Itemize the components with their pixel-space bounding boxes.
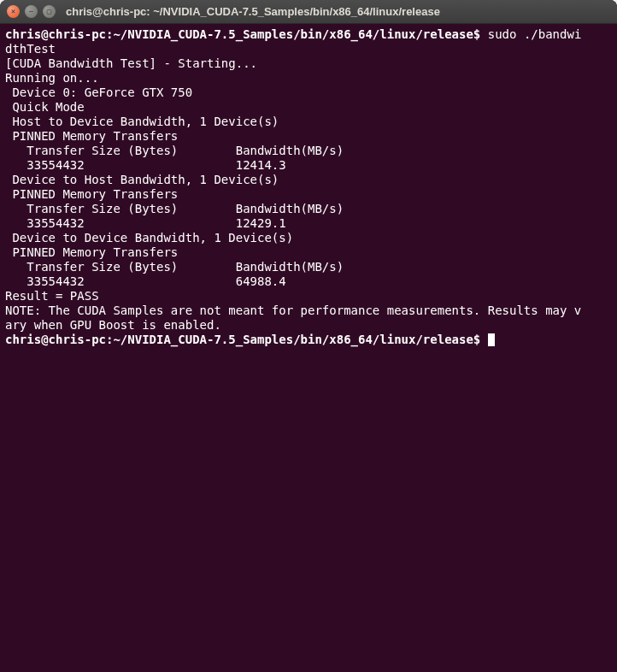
window-controls: ✕ − ▢ [7, 5, 56, 18]
command-text: dthTest [5, 42, 56, 56]
terminal-line: Transfer Size (Bytes) Bandwidth(MB/s) [5, 202, 612, 216]
terminal-line: Transfer Size (Bytes) Bandwidth(MB/s) [5, 144, 612, 158]
terminal-line: PINNED Memory Transfers [5, 129, 612, 144]
prompt: chris@chris-pc:~/NVIDIA_CUDA-7.5_Samples… [5, 333, 488, 346]
terminal-line: PINNED Memory Transfers [5, 245, 612, 260]
terminal-line: Device 0: GeForce GTX 750 [5, 85, 612, 100]
terminal-line: Device to Device Bandwidth, 1 Device(s) [5, 231, 612, 245]
terminal-line: [CUDA Bandwidth Test] - Starting... [5, 56, 612, 71]
terminal-line: PINNED Memory Transfers [5, 187, 612, 202]
terminal-line: Host to Device Bandwidth, 1 Device(s) [5, 115, 612, 129]
titlebar[interactable]: ✕ − ▢ chris@chris-pc: ~/NVIDIA_CUDA-7.5_… [0, 0, 617, 24]
terminal-line: Device to Host Bandwidth, 1 Device(s) [5, 173, 612, 187]
terminal-line: Running on... [5, 71, 612, 85]
terminal-line: 33554432 64988.4 [5, 274, 612, 289]
terminal-line: chris@chris-pc:~/NVIDIA_CUDA-7.5_Samples… [5, 333, 612, 347]
terminal-line: Quick Mode [5, 100, 612, 115]
command-text: sudo ./bandwi [488, 27, 582, 41]
terminal-line: Transfer Size (Bytes) Bandwidth(MB/s) [5, 260, 612, 274]
terminal-window: ✕ − ▢ chris@chris-pc: ~/NVIDIA_CUDA-7.5_… [0, 0, 617, 672]
close-icon[interactable]: ✕ [7, 5, 20, 18]
terminal-line: chris@chris-pc:~/NVIDIA_CUDA-7.5_Samples… [5, 27, 612, 42]
window-title: chris@chris-pc: ~/NVIDIA_CUDA-7.5_Sample… [66, 5, 440, 18]
terminal-line: 33554432 12429.1 [5, 216, 612, 231]
terminal-line: dthTest [5, 42, 612, 56]
terminal-line: ary when GPU Boost is enabled. [5, 318, 612, 333]
prompt: chris@chris-pc:~/NVIDIA_CUDA-7.5_Samples… [5, 27, 488, 41]
maximize-icon[interactable]: ▢ [43, 5, 56, 18]
cursor-icon [488, 333, 495, 346]
terminal-body[interactable]: chris@chris-pc:~/NVIDIA_CUDA-7.5_Samples… [0, 24, 617, 672]
terminal-line: 33554432 12414.3 [5, 158, 612, 173]
terminal-line: Result = PASS [5, 289, 612, 304]
minimize-icon[interactable]: − [25, 5, 38, 18]
terminal-line: NOTE: The CUDA Samples are not meant for… [5, 304, 612, 318]
